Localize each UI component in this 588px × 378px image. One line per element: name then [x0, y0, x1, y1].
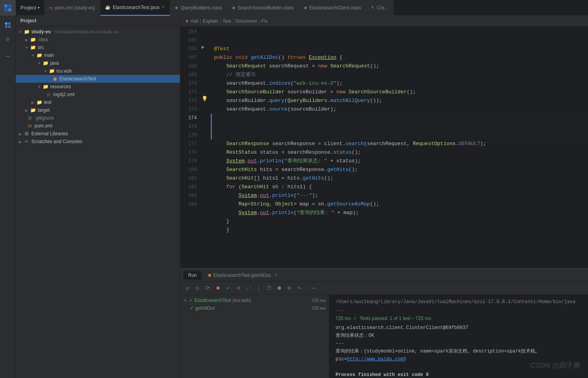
code-line-173: searchRequest.source(sourceBuilder);	[211, 105, 588, 114]
sidebar-icon-commit[interactable]: ⊙	[2, 33, 14, 45]
tab-label-create: Cre...	[377, 5, 388, 11]
tab-searchclient[interactable]: ◈ ElasticsearchClient.class	[299, 0, 367, 16]
tab-create[interactable]: ✎ Cre...	[366, 0, 393, 16]
tab-label-pom: pom.xml (study-es)	[55, 5, 95, 11]
tree-resources[interactable]: ▼ 📁 resources	[16, 83, 180, 91]
tab-querybuilders[interactable]: ◈ QueryBuilders.class	[170, 0, 227, 16]
ai-test[interactable]: Test	[223, 18, 231, 24]
line-numbers: 164 165 166 167 168 169 170 171 172 173 …	[180, 27, 200, 268]
run-tree-class[interactable]: ▼ ✓ ElasticsearchTest (icu.wzk) 725 ms	[180, 296, 329, 304]
tree-arrow-icu: ▼	[42, 68, 49, 74]
tree-label-log4j2: log4j2.xml	[53, 92, 74, 97]
more-btn[interactable]: ⋯	[310, 284, 318, 292]
tree-arrow-gitignore	[24, 115, 27, 121]
tree-src[interactable]: ▼ 📁 src	[16, 44, 180, 51]
code-line-166: @Test	[211, 45, 588, 53]
code-line-175: SearchResponse searchResponse = client.s…	[211, 140, 588, 148]
tree-arrow-src: ▼	[24, 44, 30, 51]
code-line-185: }	[211, 226, 588, 234]
tree-target[interactable]: ▶ 📁 target	[16, 106, 180, 114]
code-line-176: RestStatus status = searchResponse.statu…	[211, 148, 588, 157]
bottom-tab-run[interactable]: Run	[183, 271, 201, 280]
tree-gitignore[interactable]: ⊘ .gitignore	[16, 114, 180, 122]
tree-idea[interactable]: ▶ 📁 .idea	[16, 36, 180, 44]
tab-label-querybuilders: QueryBuilders.class	[180, 5, 222, 11]
run-tree[interactable]: ▼ ✓ ElasticsearchTest (icu.wzk) 725 ms ✓…	[180, 295, 329, 378]
rerun-failed-btn[interactable]: ↻	[194, 284, 201, 292]
tab-icon-java: ☕	[105, 5, 111, 10]
console-line-7: Process finished with exit code 0	[336, 371, 582, 378]
gitignore-icon: ⊘	[27, 115, 33, 121]
gutter: ▶ 💡	[200, 27, 211, 268]
sidebar-icon-project[interactable]	[2, 19, 14, 31]
tab-icon-create: ✎	[371, 5, 374, 10]
tree-arrow-idea: ▶	[24, 36, 30, 43]
toggle-btn[interactable]: ⟳	[204, 284, 212, 292]
tree-test[interactable]: ▶ 📁 test	[16, 98, 180, 106]
tree-label-idea: .idea	[38, 37, 48, 42]
tab-close-elastictest[interactable]: ✕	[162, 5, 165, 10]
bottom-tab-elastictest[interactable]: ◉ ElasticsearchTest.getAllDoc ✕	[203, 271, 283, 280]
sort-asc-btn[interactable]: ↓↑	[245, 284, 252, 292]
console-link[interactable]: http://www.baidu.com	[347, 356, 403, 362]
folder-icon-src: 📁	[30, 45, 36, 50]
folder-icon-java: 📁	[42, 60, 49, 66]
run-tree-method[interactable]: ✓ getAllDoc 725 ms	[180, 304, 329, 312]
tree-log4j2[interactable]: ⟨/⟩ log4j2.xml	[16, 91, 180, 98]
run-toolbar: ↺ ↻ ⟳ ■ ✓ ⊘ ↓↑ ↕ ⏱ ⏺ ⊞ ✎ ⋯	[180, 282, 588, 295]
run-tab-close[interactable]: ✕	[274, 273, 278, 278]
code-line-183: System.out.println("查询的结果: " + map);	[211, 209, 588, 217]
record-btn[interactable]: ⏺	[275, 284, 283, 292]
console-line-6	[336, 363, 582, 371]
tree-java[interactable]: ▼ 📁 java	[16, 59, 180, 67]
tree-main[interactable]: ▼ 📁 main	[16, 51, 180, 59]
coverage-btn[interactable]: ⊞	[285, 284, 293, 292]
tree-icu[interactable]: ▼ 📁 icu.wzk	[16, 67, 180, 75]
ai-bar: ✦ Ask | Explain | Test | Document | Fix	[180, 16, 588, 27]
svg-rect-0	[4, 4, 7, 7]
tab-elastictest[interactable]: ☕ ElasticsearchTest.java ✕	[100, 0, 171, 16]
console-line-1: /Users/wuzikang/Library/Java/JavaVirtual…	[336, 298, 582, 314]
sort-desc-btn[interactable]: ↕	[255, 284, 263, 292]
code-line-184: }	[211, 217, 588, 226]
ai-fix[interactable]: Fix	[261, 18, 268, 24]
sidebar-icon-more[interactable]: ⋯	[2, 50, 14, 63]
stop-btn[interactable]: ■	[214, 284, 222, 292]
run-tree-package: (icu.wzk)	[232, 298, 251, 303]
panel-title: Project	[20, 18, 36, 24]
warn-gutter-icon: 💡	[201, 96, 208, 102]
tree-scratches[interactable]: ▶ ✏ Scratches and Consoles	[16, 138, 180, 145]
project-title[interactable]: Project ▾	[16, 5, 44, 11]
code-editor[interactable]: 164 165 166 167 168 169 170 171 172 173 …	[180, 27, 588, 268]
rerun-btn[interactable]: ↺	[183, 284, 191, 292]
toolbar-separator	[307, 284, 307, 292]
tree-pom[interactable]: m pom.xml	[16, 122, 180, 130]
ai-explain[interactable]: Explain	[203, 18, 218, 24]
ignore-btn[interactable]: ⊘	[234, 284, 242, 292]
tree-elastictest[interactable]: ◉ ElasticsearchTest	[16, 75, 180, 83]
pass-btn[interactable]: ✓	[224, 284, 232, 292]
run-tree-arrow-class: ▼	[183, 298, 187, 303]
tree-ext-libs[interactable]: ▶ 🏛 External Libraries	[16, 130, 180, 138]
tree-root[interactable]: ▼ 📁 study-es ~/Desktop/intellij/study-es…	[16, 28, 180, 36]
svg-rect-5	[8, 22, 11, 25]
run-gutter-icon[interactable]: ▶	[201, 44, 205, 50]
ai-document[interactable]: Document	[236, 18, 257, 24]
code-line-170: searchRequest.indices("wzk-icu-es-2");	[211, 79, 588, 88]
tab-pom[interactable]: m pom.xml (study-es)	[44, 0, 100, 16]
clock-btn[interactable]: ⏱	[265, 284, 273, 292]
folder-icon-target: 📁	[30, 107, 36, 113]
tab-icon-class3: ◈	[304, 5, 307, 10]
project-tree[interactable]: ▼ 📁 study-es ~/Desktop/intellij/study-es…	[16, 26, 180, 378]
code-line-171: SearchSourceBuilder sourceBuilder = new …	[211, 88, 588, 96]
project-panel: Project ▼ 📁 study-es ~/Desktop/intellij/…	[16, 16, 180, 378]
bottom-panel: Run ◉ ElasticsearchTest.getAllDoc ✕ ↺ ↻ …	[180, 268, 588, 378]
tree-arrow-scratches: ▶	[17, 138, 24, 145]
tree-arrow-main: ▼	[30, 52, 36, 58]
code-lines[interactable]: @Test public void getAllDoc() throws Exc…	[211, 27, 588, 268]
console-pass: 725 ms ✓ Tests passed: 1 of 1 test – 725…	[336, 314, 582, 322]
ai-ask[interactable]: Ask	[191, 18, 198, 24]
edit-btn[interactable]: ✎	[296, 284, 303, 292]
code-line-165	[211, 36, 588, 45]
tab-searchsource[interactable]: ◈ SearchSourceBuilder.class	[227, 0, 299, 16]
